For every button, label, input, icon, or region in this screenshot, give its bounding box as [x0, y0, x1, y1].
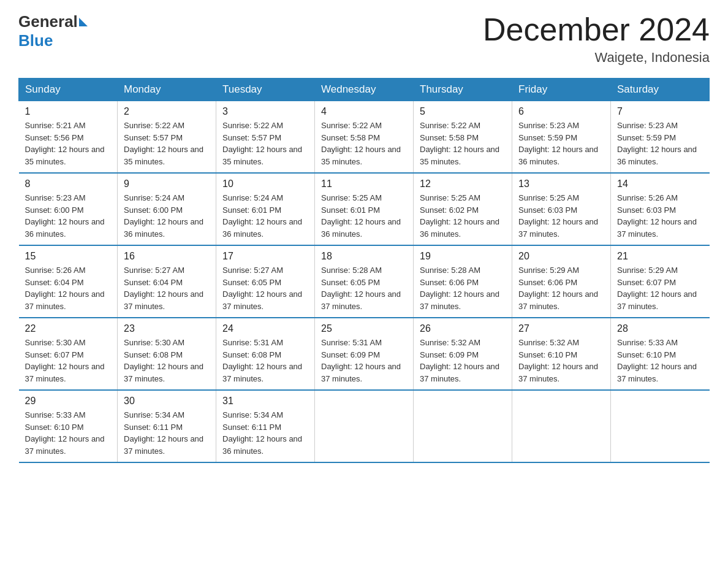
- calendar-cell: 16Sunrise: 5:27 AMSunset: 6:04 PMDayligh…: [118, 245, 216, 318]
- day-number: 23: [124, 323, 210, 334]
- calendar-cell: 3Sunrise: 5:22 AMSunset: 5:57 PMDaylight…: [216, 101, 315, 174]
- calendar-cell: 15Sunrise: 5:26 AMSunset: 6:04 PMDayligh…: [19, 245, 118, 318]
- day-info: Sunrise: 5:34 AMSunset: 6:11 PMDaylight:…: [124, 409, 210, 457]
- day-number: 17: [222, 251, 308, 262]
- day-number: 2: [124, 106, 210, 117]
- calendar-cell: 2Sunrise: 5:22 AMSunset: 5:57 PMDaylight…: [118, 101, 216, 174]
- day-info: Sunrise: 5:30 AMSunset: 6:07 PMDaylight:…: [25, 337, 112, 385]
- day-info: Sunrise: 5:28 AMSunset: 6:05 PMDaylight:…: [321, 264, 407, 312]
- week-row-4: 22Sunrise: 5:30 AMSunset: 6:07 PMDayligh…: [19, 318, 710, 390]
- day-info: Sunrise: 5:25 AMSunset: 6:02 PMDaylight:…: [420, 192, 506, 240]
- day-info: Sunrise: 5:29 AMSunset: 6:06 PMDaylight:…: [518, 264, 604, 312]
- calendar-cell: 30Sunrise: 5:34 AMSunset: 6:11 PMDayligh…: [118, 390, 216, 462]
- calendar-cell: 27Sunrise: 5:32 AMSunset: 6:10 PMDayligh…: [512, 318, 611, 390]
- calendar-cell: 12Sunrise: 5:25 AMSunset: 6:02 PMDayligh…: [414, 173, 512, 245]
- day-info: Sunrise: 5:22 AMSunset: 5:58 PMDaylight:…: [420, 120, 506, 167]
- calendar-cell: 21Sunrise: 5:29 AMSunset: 6:07 PMDayligh…: [611, 245, 710, 318]
- day-info: Sunrise: 5:28 AMSunset: 6:06 PMDaylight:…: [420, 264, 506, 312]
- day-number: 29: [25, 396, 112, 407]
- day-info: Sunrise: 5:23 AMSunset: 5:59 PMDaylight:…: [617, 120, 703, 167]
- calendar-cell: 11Sunrise: 5:25 AMSunset: 6:01 PMDayligh…: [315, 173, 414, 245]
- month-title: December 2024: [483, 12, 710, 47]
- day-info: Sunrise: 5:27 AMSunset: 6:04 PMDaylight:…: [124, 264, 210, 312]
- day-number: 8: [25, 178, 112, 190]
- day-info: Sunrise: 5:34 AMSunset: 6:11 PMDaylight:…: [222, 409, 308, 457]
- day-info: Sunrise: 5:22 AMSunset: 5:57 PMDaylight:…: [124, 120, 210, 167]
- day-number: 5: [420, 106, 506, 117]
- week-row-2: 8Sunrise: 5:23 AMSunset: 6:00 PMDaylight…: [19, 173, 710, 245]
- calendar-cell: 4Sunrise: 5:22 AMSunset: 5:58 PMDaylight…: [315, 101, 414, 174]
- calendar-cell: 29Sunrise: 5:33 AMSunset: 6:10 PMDayligh…: [19, 390, 118, 462]
- title-area: December 2024 Waigete, Indonesia: [483, 12, 710, 66]
- day-number: 16: [124, 251, 210, 262]
- day-number: 21: [617, 251, 703, 262]
- calendar-cell: 25Sunrise: 5:31 AMSunset: 6:09 PMDayligh…: [315, 318, 414, 390]
- calendar-cell: 6Sunrise: 5:23 AMSunset: 5:59 PMDaylight…: [512, 101, 611, 174]
- day-header-friday: Friday: [512, 79, 611, 101]
- day-info: Sunrise: 5:25 AMSunset: 6:03 PMDaylight:…: [518, 192, 604, 240]
- day-header-monday: Monday: [118, 79, 216, 101]
- calendar-cell: 22Sunrise: 5:30 AMSunset: 6:07 PMDayligh…: [19, 318, 118, 390]
- day-number: 18: [321, 251, 407, 262]
- day-header-tuesday: Tuesday: [216, 79, 315, 101]
- day-header-saturday: Saturday: [611, 79, 710, 101]
- calendar-table: SundayMondayTuesdayWednesdayThursdayFrid…: [18, 78, 710, 463]
- day-info: Sunrise: 5:26 AMSunset: 6:03 PMDaylight:…: [617, 192, 703, 240]
- calendar-cell: 18Sunrise: 5:28 AMSunset: 6:05 PMDayligh…: [315, 245, 414, 318]
- day-header-thursday: Thursday: [414, 79, 512, 101]
- calendar-cell: 8Sunrise: 5:23 AMSunset: 6:00 PMDaylight…: [19, 173, 118, 245]
- calendar-cell: 20Sunrise: 5:29 AMSunset: 6:06 PMDayligh…: [512, 245, 611, 318]
- calendar-cell: 26Sunrise: 5:32 AMSunset: 6:09 PMDayligh…: [414, 318, 512, 390]
- day-info: Sunrise: 5:31 AMSunset: 6:08 PMDaylight:…: [222, 337, 308, 385]
- day-number: 19: [420, 251, 506, 262]
- day-info: Sunrise: 5:33 AMSunset: 6:10 PMDaylight:…: [617, 337, 703, 385]
- day-number: 6: [518, 106, 604, 117]
- day-number: 14: [617, 178, 703, 190]
- day-number: 24: [222, 323, 308, 334]
- calendar-cell: 5Sunrise: 5:22 AMSunset: 5:58 PMDaylight…: [414, 101, 512, 174]
- logo-blue-text: Blue: [18, 31, 53, 50]
- day-info: Sunrise: 5:23 AMSunset: 6:00 PMDaylight:…: [25, 192, 112, 240]
- day-number: 30: [124, 396, 210, 407]
- calendar-cell: [512, 390, 611, 462]
- week-row-3: 15Sunrise: 5:26 AMSunset: 6:04 PMDayligh…: [19, 245, 710, 318]
- day-info: Sunrise: 5:33 AMSunset: 6:10 PMDaylight:…: [25, 409, 112, 457]
- day-info: Sunrise: 5:30 AMSunset: 6:08 PMDaylight:…: [124, 337, 210, 385]
- day-number: 3: [222, 106, 308, 117]
- calendar-cell: 1Sunrise: 5:21 AMSunset: 5:56 PMDaylight…: [19, 101, 118, 174]
- day-info: Sunrise: 5:31 AMSunset: 6:09 PMDaylight:…: [321, 337, 407, 385]
- day-number: 13: [518, 178, 604, 190]
- page-header: General Blue December 2024 Waigete, Indo…: [18, 12, 710, 66]
- day-number: 1: [25, 106, 112, 117]
- logo: General Blue: [18, 12, 88, 50]
- day-number: 9: [124, 178, 210, 190]
- day-number: 15: [25, 251, 112, 262]
- day-info: Sunrise: 5:27 AMSunset: 6:05 PMDaylight:…: [222, 264, 308, 312]
- logo-general-text: General: [18, 12, 78, 31]
- day-number: 12: [420, 178, 506, 190]
- day-number: 28: [617, 323, 703, 334]
- day-info: Sunrise: 5:32 AMSunset: 6:09 PMDaylight:…: [420, 337, 506, 385]
- calendar-cell: 13Sunrise: 5:25 AMSunset: 6:03 PMDayligh…: [512, 173, 611, 245]
- day-info: Sunrise: 5:25 AMSunset: 6:01 PMDaylight:…: [321, 192, 407, 240]
- day-info: Sunrise: 5:24 AMSunset: 6:00 PMDaylight:…: [124, 192, 210, 240]
- calendar-cell: 7Sunrise: 5:23 AMSunset: 5:59 PMDaylight…: [611, 101, 710, 174]
- day-info: Sunrise: 5:22 AMSunset: 5:58 PMDaylight:…: [321, 120, 407, 167]
- day-info: Sunrise: 5:32 AMSunset: 6:10 PMDaylight:…: [518, 337, 604, 385]
- calendar-cell: 23Sunrise: 5:30 AMSunset: 6:08 PMDayligh…: [118, 318, 216, 390]
- day-info: Sunrise: 5:23 AMSunset: 5:59 PMDaylight:…: [518, 120, 604, 167]
- day-number: 7: [617, 106, 703, 117]
- logo-triangle-icon: [79, 18, 88, 26]
- calendar-cell: 9Sunrise: 5:24 AMSunset: 6:00 PMDaylight…: [118, 173, 216, 245]
- header-row: SundayMondayTuesdayWednesdayThursdayFrid…: [19, 79, 710, 101]
- calendar-cell: 19Sunrise: 5:28 AMSunset: 6:06 PMDayligh…: [414, 245, 512, 318]
- day-info: Sunrise: 5:26 AMSunset: 6:04 PMDaylight:…: [25, 264, 112, 312]
- day-header-sunday: Sunday: [19, 79, 118, 101]
- calendar-cell: 24Sunrise: 5:31 AMSunset: 6:08 PMDayligh…: [216, 318, 315, 390]
- day-number: 26: [420, 323, 506, 334]
- day-info: Sunrise: 5:29 AMSunset: 6:07 PMDaylight:…: [617, 264, 703, 312]
- day-number: 22: [25, 323, 112, 334]
- location-text: Waigete, Indonesia: [483, 50, 710, 66]
- calendar-cell: 10Sunrise: 5:24 AMSunset: 6:01 PMDayligh…: [216, 173, 315, 245]
- day-header-wednesday: Wednesday: [315, 79, 414, 101]
